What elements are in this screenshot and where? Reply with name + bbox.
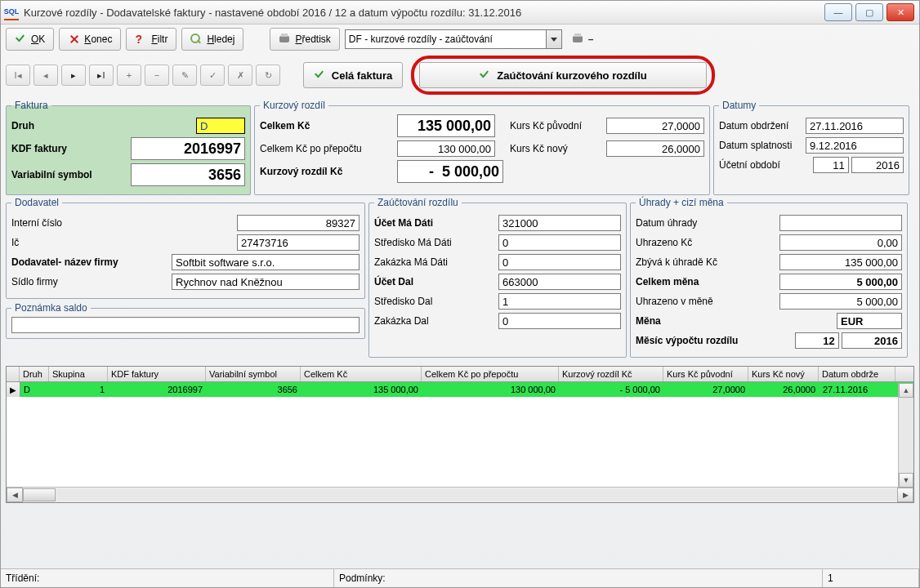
input-ucet-md[interactable] (498, 215, 621, 231)
label-celkem-prepocet: Celkem Kč po přepočtu (260, 143, 391, 154)
col-skupina[interactable]: Skupina (49, 367, 108, 381)
col-celkem[interactable]: Celkem Kč (301, 367, 422, 381)
label-uhrazeno-kc: Uhrazeno Kč (636, 237, 692, 248)
zauctovani-button[interactable]: Zaúčtování kurzového rozdílu (419, 62, 707, 88)
cell-druh: D (20, 385, 50, 394)
input-celkem-kc[interactable] (397, 114, 495, 137)
scroll-down-icon[interactable]: ▼ (899, 473, 913, 488)
filtr-button[interactable]: ? Filtr (126, 28, 176, 51)
print-icon[interactable] (572, 33, 583, 45)
minimize-button[interactable]: — (824, 3, 852, 21)
cross-icon (68, 33, 79, 45)
data-grid[interactable]: Druh Skupina KDF faktury Variabilní symb… (6, 366, 914, 503)
grid-vscrollbar[interactable]: ▲ ▼ (898, 383, 913, 488)
nav-cancel[interactable]: ✗ (228, 65, 252, 86)
input-kurs-novy[interactable] (606, 140, 704, 157)
col-vs[interactable]: Variabilní symbol (206, 367, 301, 381)
input-ucetni-rok[interactable] (851, 157, 904, 173)
col-kurs-novy[interactable]: Kurs Kč nový (748, 367, 819, 381)
input-uhrazeno-mena[interactable] (779, 293, 902, 310)
row-indicator-icon: ▶ (7, 382, 20, 397)
grid-header: Druh Skupina KDF faktury Variabilní symb… (7, 367, 913, 382)
input-celkem-mena[interactable] (779, 274, 902, 290)
input-rozdil[interactable] (397, 160, 503, 183)
nav-remove[interactable]: − (145, 65, 169, 86)
legend-poznamka: Poznámka saldo (11, 302, 91, 314)
col-kurs-puv[interactable]: Kurs Kč původní (663, 367, 748, 381)
input-rok[interactable] (842, 332, 902, 349)
report-combo[interactable]: DF - kurzové rozdíly - zaúčtování (345, 29, 562, 49)
input-sidlo-firmy[interactable] (172, 274, 360, 290)
input-ucet-dal[interactable] (498, 274, 621, 290)
col-datum-obdr[interactable]: Datum obdrže (819, 367, 895, 381)
check-icon (479, 69, 490, 81)
nav-first[interactable]: I◂ (6, 65, 30, 86)
panel-kurzovy-rozdil: Kurzový rozdíl Celkem Kč Kurs Kč původní… (254, 100, 710, 195)
input-celkem-prepocet[interactable] (397, 140, 495, 157)
input-mena[interactable] (837, 313, 902, 329)
input-uhrazeno-kc[interactable] (779, 234, 902, 251)
input-str-md[interactable] (498, 234, 621, 251)
grid-hscrollbar[interactable]: ◀ ▶ (7, 487, 913, 502)
nav-add[interactable]: + (117, 65, 141, 86)
input-vs[interactable] (131, 163, 245, 186)
window-title: Kurzové rozdíly - Dodavatelské faktury -… (24, 7, 521, 19)
nav-next[interactable]: ▸ (61, 65, 86, 86)
nav-edit[interactable]: ✎ (172, 65, 197, 86)
input-splatnost[interactable] (806, 137, 904, 154)
nav-confirm[interactable]: ✓ (200, 65, 225, 86)
table-row[interactable]: ▶ D 1 2016997 3656 135 000,00 130 000,00… (7, 382, 913, 397)
ok-button[interactable]: OK (6, 28, 54, 51)
panel-faktura: Faktura Druh KDF faktury Variabilní symb… (6, 100, 251, 195)
input-zak-md[interactable] (498, 254, 621, 270)
input-druh[interactable] (196, 118, 245, 134)
scroll-left-icon[interactable]: ◀ (7, 488, 23, 502)
close-button[interactable]: ✕ (887, 3, 914, 21)
printer-icon (279, 33, 290, 45)
input-zak-dal[interactable] (498, 313, 621, 329)
input-interni-cislo[interactable] (237, 215, 360, 231)
status-bar: Třídění: Podmínky: 1 (1, 568, 919, 587)
input-poznamka[interactable] (11, 317, 360, 333)
label-kurs-novy: Kurs Kč nový (510, 143, 600, 154)
cela-faktura-button[interactable]: Celá faktura (303, 62, 403, 88)
label-ic: Ič (11, 237, 19, 248)
legend-dodavatel: Dodavatel (11, 197, 62, 208)
input-kurs-puvodni[interactable] (606, 118, 704, 134)
nav-prev[interactable]: ◂ (33, 65, 58, 86)
scroll-right-icon[interactable]: ▶ (897, 488, 913, 502)
input-nazev-firmy[interactable] (172, 254, 360, 270)
status-trideni: Třídění: (1, 569, 334, 587)
panel-datumy: Datumy Datum obdržení Datum splatnosti Ú… (713, 100, 909, 195)
input-str-dal[interactable] (498, 293, 621, 310)
label-obdrzeni: Datum obdržení (719, 120, 788, 131)
cell-celkem: 135 000,00 (301, 385, 422, 394)
label-datum-uhrady: Datum úhrady (636, 217, 697, 229)
input-kdf[interactable] (131, 137, 245, 160)
col-rozdil[interactable]: Kurzový rozdíl Kč (559, 367, 663, 381)
maximize-button[interactable]: ▢ (855, 3, 883, 21)
input-ucetni-mes[interactable] (813, 157, 849, 173)
col-kdf[interactable]: KDF faktury (108, 367, 206, 381)
konec-button[interactable]: Konec (59, 28, 121, 51)
label-ucet-dal: Účet Dal (374, 276, 413, 287)
nav-refresh[interactable]: ↻ (256, 65, 280, 86)
toolbar: OK Konec ? Filtr Hledej Předtisk DF - ku… (1, 24, 919, 54)
label-rozdil: Kurzový rozdíl Kč (260, 166, 391, 177)
scroll-thumb[interactable] (23, 488, 56, 501)
predtisk-button[interactable]: Předtisk (270, 28, 339, 51)
input-obdrzeni[interactable] (806, 118, 904, 134)
label-vs: Variabilní symbol (11, 169, 92, 180)
scroll-up-icon[interactable]: ▲ (899, 383, 913, 398)
input-ic[interactable] (237, 234, 360, 251)
panel-uhrady: Úhrady + cizí měna Datum úhrady Uhrazeno… (630, 197, 908, 358)
col-druh[interactable]: Druh (20, 367, 49, 381)
label-druh: Druh (11, 120, 34, 131)
input-mesic[interactable] (795, 332, 839, 349)
input-datum-uhrady[interactable] (779, 215, 902, 231)
nav-last[interactable]: ▸I (89, 65, 114, 86)
input-zbyva[interactable] (779, 254, 902, 270)
col-celkem-prepocet[interactable]: Celkem Kč po přepočtu (422, 367, 559, 381)
panel-zauctovani-rozdilu: Zaúčtování rozdílu Účet Má Dáti Středisk… (368, 197, 627, 358)
hledej-button[interactable]: Hledej (181, 28, 243, 51)
